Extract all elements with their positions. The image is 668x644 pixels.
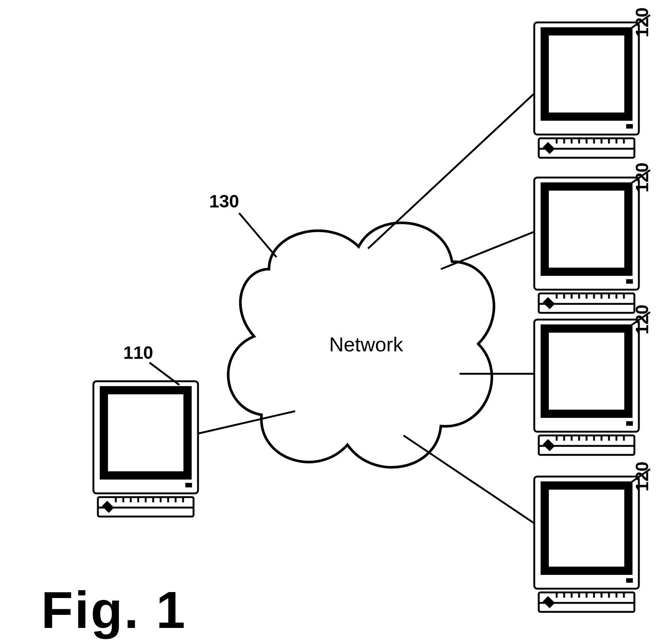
network-cloud: Network [228,223,494,467]
ref-network: 130 [209,191,239,211]
ref-client-0: 120 [632,7,652,37]
server-computer [93,381,198,517]
client-computer-2 [534,320,639,455]
figure-label: Fig. 1 [41,580,187,639]
ref-client-2: 120 [632,305,652,335]
ref-server: 110 [123,343,153,363]
leader-network [239,213,276,257]
client-computer-0 [534,22,639,158]
client-computer-1 [534,178,639,313]
ref-client-3: 120 [632,462,652,492]
figure-canvas: Network 130 110 120 120 120 120 Fi [0,0,668,644]
svg-line-20 [403,435,534,523]
client-computer-3 [534,477,639,612]
svg-line-18 [441,232,534,269]
svg-line-17 [368,93,534,249]
links [198,93,534,523]
ref-client-1: 120 [632,163,652,192]
svg-line-16 [198,411,295,434]
network-label: Network [329,333,403,355]
